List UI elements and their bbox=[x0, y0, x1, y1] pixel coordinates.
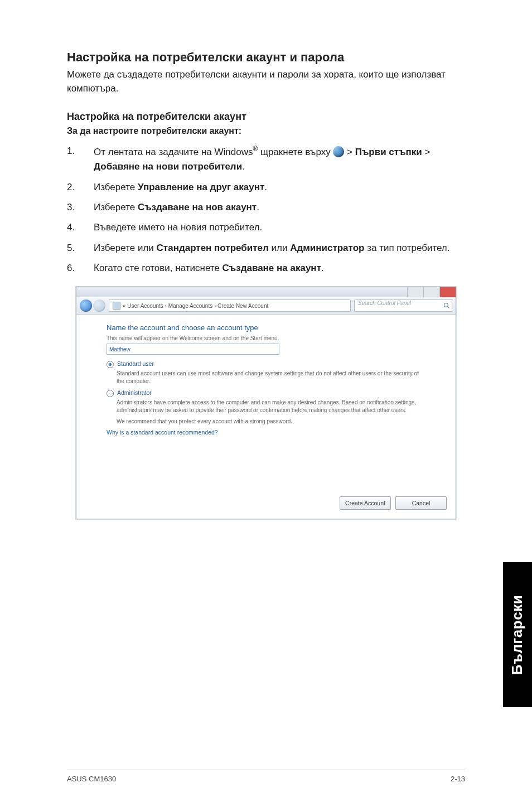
step-text: Изберете или bbox=[94, 243, 157, 253]
step-bold: Администратор bbox=[290, 243, 364, 253]
step-5: 5. Изберете или Стандартен потребител ил… bbox=[67, 241, 465, 255]
radio-label: Administrator bbox=[117, 389, 152, 396]
nav-back-button[interactable] bbox=[80, 299, 92, 312]
step-number: 2. bbox=[67, 180, 94, 195]
maximize-button[interactable] bbox=[423, 287, 439, 297]
steps-list: 1. От лентата на задачите на Windows® щр… bbox=[67, 144, 465, 276]
footer-right: 2-13 bbox=[451, 775, 465, 783]
step-text: щракнете върху bbox=[258, 147, 333, 157]
radio-icon bbox=[107, 390, 114, 397]
step-number: 5. bbox=[67, 241, 94, 255]
breadcrumb[interactable]: « User Accounts › Manage Accounts › Crea… bbox=[109, 299, 351, 312]
step-2: 2. Изберете Управление на друг акаунт. bbox=[67, 180, 465, 195]
nav-forward-button[interactable] bbox=[93, 299, 105, 312]
step-3: 3. Изберете Създаване на нов акаунт. bbox=[67, 200, 465, 215]
create-account-button[interactable]: Create Account bbox=[340, 496, 391, 510]
step-number: 4. bbox=[67, 220, 94, 235]
svg-line-1 bbox=[448, 307, 449, 308]
step-text: Изберете bbox=[94, 202, 138, 212]
step-bold: Стандартен потребител bbox=[157, 243, 269, 253]
page-title: Настройка на потребителски акаунт и паро… bbox=[67, 50, 465, 65]
step-number: 3. bbox=[67, 200, 94, 215]
step-text: Изберете bbox=[94, 182, 138, 192]
step-4: 4. Въведете името на новия потребител. bbox=[67, 220, 465, 235]
nav-back-forward bbox=[80, 299, 105, 312]
standard-description: Standard account users can use most soft… bbox=[117, 370, 425, 385]
recommend-text: We recommend that you protect every acco… bbox=[117, 418, 425, 424]
dialog-subtitle: This name will appear on the Welcome scr… bbox=[107, 335, 425, 341]
step-text: . bbox=[321, 263, 324, 273]
close-button[interactable] bbox=[439, 287, 456, 297]
account-name-input[interactable]: Matthew bbox=[107, 344, 279, 355]
section-heading: Настройка на потребителски акаунт bbox=[67, 111, 465, 123]
step-text: или bbox=[269, 243, 290, 253]
page-footer: ASUS CM1630 2-13 bbox=[67, 770, 465, 783]
step-text: > bbox=[422, 147, 431, 157]
footer-left: ASUS CM1630 bbox=[67, 775, 116, 783]
step-bold: Първи стъпки bbox=[355, 147, 422, 157]
windows-start-icon bbox=[333, 146, 344, 157]
step-number: 1. bbox=[67, 144, 94, 174]
step-text: > bbox=[344, 147, 355, 157]
step-text: за тип потребител. bbox=[364, 243, 449, 253]
step-text: . bbox=[264, 182, 267, 192]
search-icon bbox=[443, 302, 450, 309]
step-6: 6. Когато сте готови, натиснете Създаван… bbox=[67, 261, 465, 276]
step-bold: Създаване на нов акаунт bbox=[138, 202, 257, 212]
reg-mark: ® bbox=[253, 145, 258, 153]
dialog-title: Name the account and choose an account t… bbox=[107, 323, 425, 332]
nav-bar: « User Accounts › Manage Accounts › Crea… bbox=[76, 297, 456, 315]
why-link[interactable]: Why is a standard account recommended? bbox=[107, 429, 425, 436]
step-bold: Добавяне на нови потребители bbox=[94, 161, 242, 172]
step-text: От лентата на задачите на Windows bbox=[94, 147, 253, 157]
window-titlebar bbox=[76, 287, 456, 297]
minimize-button[interactable] bbox=[407, 287, 423, 297]
intro-paragraph: Можете да създадете потребителски акаунт… bbox=[67, 68, 465, 95]
language-tab: Български bbox=[503, 562, 532, 707]
svg-point-0 bbox=[444, 303, 448, 307]
embedded-screenshot: « User Accounts › Manage Accounts › Crea… bbox=[76, 287, 456, 519]
step-bold: Създаване на акаунт bbox=[223, 263, 321, 273]
search-input[interactable]: Search Control Panel bbox=[354, 299, 452, 312]
breadcrumb-text: « User Accounts › Manage Accounts › Crea… bbox=[123, 303, 268, 309]
step-text: . bbox=[242, 161, 245, 172]
step-number: 6. bbox=[67, 261, 94, 276]
step-1: 1. От лентата на задачите на Windows® щр… bbox=[67, 144, 465, 174]
step-text: Когато сте готови, натиснете bbox=[94, 263, 223, 273]
step-text: Въведете името на новия потребител. bbox=[94, 220, 465, 235]
language-tab-label: Български bbox=[509, 595, 526, 674]
radio-admin[interactable]: Administrator bbox=[107, 389, 425, 397]
radio-icon bbox=[107, 361, 114, 368]
cancel-button[interactable]: Cancel bbox=[395, 496, 447, 510]
radio-label: Standard user bbox=[117, 360, 154, 367]
step-text: . bbox=[257, 202, 259, 212]
admin-description: Administrators have complete access to t… bbox=[117, 399, 425, 414]
step-bold: Управление на друг акаунт bbox=[138, 182, 264, 192]
dialog-button-row: Create Account Cancel bbox=[76, 496, 456, 519]
procedure-heading: За да настроите потребителски акаунт: bbox=[67, 126, 465, 136]
radio-standard[interactable]: Standard user bbox=[107, 360, 425, 368]
control-panel-icon bbox=[113, 302, 120, 310]
